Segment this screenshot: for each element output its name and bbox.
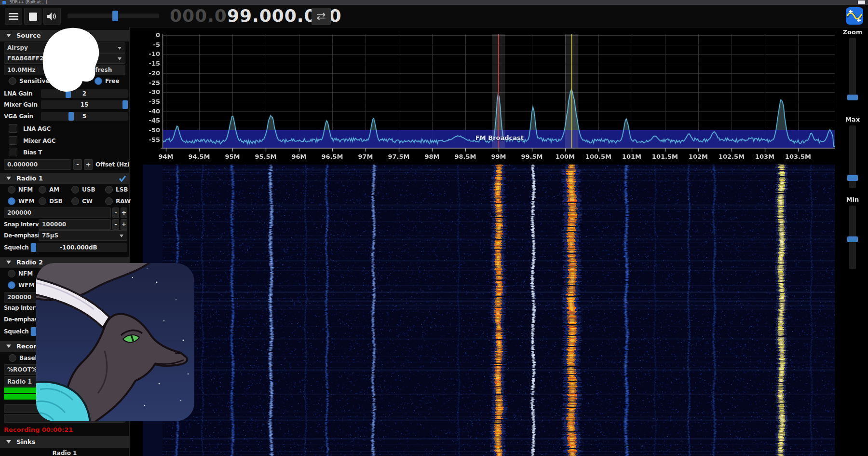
- top-toolbar: 000.099.000.000: [0, 5, 868, 28]
- frequency-tick-label: 103.5M: [781, 153, 815, 160]
- min-slider-handle[interactable]: [847, 236, 858, 242]
- max-slider-handle[interactable]: [847, 175, 858, 181]
- mixer-agc-label: Mixer AGC: [23, 138, 55, 144]
- sdrpp-window: SDR++ (Built at ...) 000.099.000.000: [0, 0, 868, 456]
- mode-radio-lsb[interactable]: [105, 186, 113, 193]
- radio1-squelch-slider[interactable]: -100.000dB: [30, 243, 127, 252]
- mixer-gain-handle[interactable]: [122, 100, 128, 109]
- db-tick-label: -45: [145, 117, 160, 124]
- lna-agc-checkbox[interactable]: [9, 124, 17, 133]
- offset-input[interactable]: 0.000000: [4, 159, 71, 170]
- bandwidth-plus-button[interactable]: +: [121, 207, 127, 218]
- offset-row: 0.000000 - + Offset (Hz): [0, 159, 129, 170]
- frequency-tick-label: 102M: [681, 153, 715, 160]
- squelch-handle[interactable]: [31, 243, 36, 252]
- db-tick-label: -55: [145, 136, 160, 143]
- mixer-gain-value: 15: [41, 101, 128, 108]
- frequency-tick-label: 97M: [349, 153, 382, 160]
- vga-gain-slider[interactable]: 5: [41, 112, 128, 121]
- offset-value: 0.000000: [7, 161, 38, 168]
- mixer-agc-row: Mixer AGC: [0, 136, 129, 146]
- mode-label: NFM: [18, 270, 33, 277]
- mode-radio-wfm[interactable]: [8, 281, 15, 289]
- recording-status: Recording 00:00:21: [4, 426, 73, 433]
- lna-agc-label: LNA AGC: [23, 125, 51, 132]
- hamburger-icon: [9, 13, 18, 20]
- baseband-radio[interactable]: [9, 354, 16, 362]
- volume-mute-button[interactable]: [43, 8, 61, 25]
- stop-button[interactable]: [24, 8, 41, 25]
- waterfall-display[interactable]: [163, 165, 835, 456]
- bias-t-row: Bias T: [0, 147, 129, 158]
- radio1-bandwidth-row: 200000 - +: [0, 207, 129, 218]
- zoom-slider-label: Zoom: [837, 28, 868, 36]
- mode-label: DSB: [49, 198, 63, 205]
- collapse-arrow-icon: [6, 440, 11, 443]
- radio1-deemphasis-select[interactable]: 75µS: [39, 230, 127, 241]
- mode-label: LSB: [116, 186, 128, 193]
- volume-slider[interactable]: [68, 14, 159, 18]
- db-tick-label: -25: [145, 79, 160, 86]
- db-tick-label: -5: [145, 41, 160, 48]
- radio1-panel-title: Radio 1: [16, 175, 43, 182]
- bandwidth-minus-button[interactable]: -: [112, 207, 119, 218]
- snap-minus-button[interactable]: -: [112, 219, 119, 230]
- mode-radio-dsb[interactable]: [39, 197, 46, 205]
- radio1-panel-header[interactable]: Radio 1: [0, 173, 129, 184]
- vga-gain-handle[interactable]: [68, 112, 74, 121]
- min-slider-label: Min: [837, 196, 868, 203]
- mode-radio-nfm[interactable]: [8, 270, 15, 277]
- bias-t-label: Bias T: [23, 149, 42, 156]
- mode-radio-nfm[interactable]: [8, 186, 15, 193]
- lna-gain-label: LNA Gain: [4, 90, 32, 97]
- db-tick-label: -35: [145, 98, 160, 105]
- radio1-bandwidth-input[interactable]: 200000: [4, 207, 111, 218]
- gain-mode-free-label: Free: [105, 78, 120, 84]
- stop-icon: [29, 13, 37, 21]
- frequency-tick-label: 100M: [548, 153, 582, 160]
- mode-radio-am[interactable]: [39, 186, 46, 193]
- frequency-tick-label: 95.5M: [249, 153, 283, 160]
- db-tick-label: -30: [145, 88, 160, 96]
- frequency-tick-label: 94M: [149, 153, 183, 160]
- window-title: SDR++ (Built at ...): [10, 0, 47, 5]
- min-slider[interactable]: [849, 206, 856, 269]
- frequency-tick-label: 102.5M: [715, 153, 748, 160]
- max-slider[interactable]: [849, 125, 856, 188]
- mixer-agc-checkbox[interactable]: [9, 136, 17, 145]
- mode-radio-usb[interactable]: [71, 186, 79, 193]
- bias-t-checkbox[interactable]: [9, 148, 17, 156]
- radio1-modes-row1: NFMAMUSBLSB: [0, 185, 129, 195]
- offset-plus-button[interactable]: +: [84, 159, 93, 170]
- snap-plus-button[interactable]: +: [121, 219, 127, 230]
- zoom-slider[interactable]: [849, 38, 856, 100]
- mode-radio-raw[interactable]: [105, 197, 113, 205]
- db-tick-label: -50: [145, 126, 160, 134]
- squelch-label: Squelch: [4, 328, 29, 335]
- enabled-checkmark-icon[interactable]: [119, 175, 126, 182]
- mode-radio-cw[interactable]: [71, 197, 79, 205]
- offset-minus-button[interactable]: -: [73, 159, 82, 170]
- mode-label: WFM: [18, 282, 34, 289]
- max-slider-label: Max: [837, 116, 868, 123]
- frequency-tick-label: 98M: [415, 153, 449, 160]
- sinks-panel-title: Sinks: [16, 438, 35, 445]
- menu-button[interactable]: [5, 8, 22, 25]
- window-control-button[interactable]: [858, 0, 865, 4]
- sink-stream-label: Radio 1: [53, 450, 77, 456]
- mixer-gain-slider[interactable]: 15: [41, 100, 128, 109]
- speaker-icon: [47, 12, 57, 21]
- vga-gain-label: VGA Gain: [4, 113, 33, 120]
- mode-radio-wfm[interactable]: [8, 197, 15, 205]
- os-title-bar[interactable]: SDR++ (Built at ...): [0, 0, 868, 5]
- frequency-tick-label: 99.5M: [515, 153, 549, 160]
- radio1-snap-input[interactable]: 100000: [39, 219, 111, 230]
- sinks-panel-header[interactable]: Sinks: [0, 436, 129, 448]
- tuning-mode-button[interactable]: [312, 8, 331, 25]
- vga-gain-value: 5: [41, 113, 128, 120]
- mode-label: NFM: [18, 186, 33, 193]
- gain-mode-sensitive-radio[interactable]: [9, 77, 16, 85]
- volume-slider-handle[interactable]: [112, 11, 118, 21]
- squelch-handle[interactable]: [31, 327, 36, 336]
- zoom-slider-handle[interactable]: [847, 95, 858, 100]
